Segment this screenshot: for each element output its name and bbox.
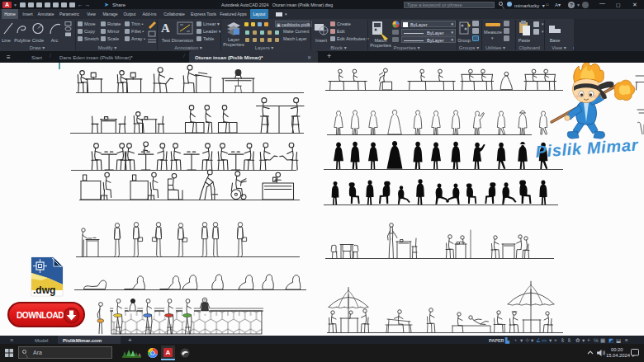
svg-text:Pislik Mimar: Pislik Mimar xyxy=(535,135,639,161)
svg-text:.dwg: .dwg xyxy=(33,284,55,296)
